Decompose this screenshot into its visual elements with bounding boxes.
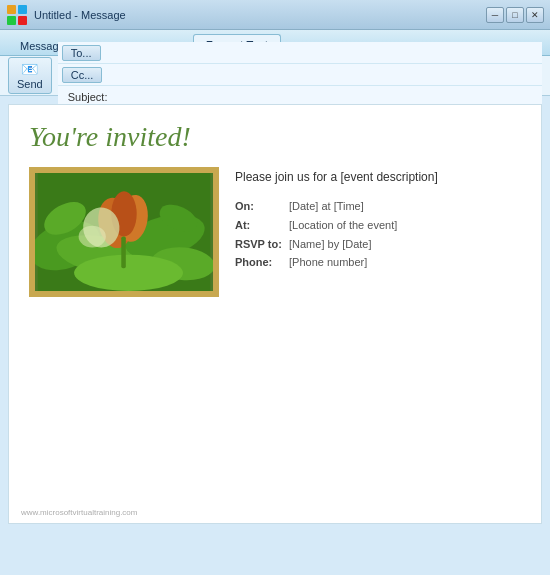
app-logo: [6, 4, 28, 26]
value-at: [Location of the event]: [289, 216, 397, 235]
detail-at: At: [Location of the event]: [235, 216, 438, 235]
minimize-button[interactable]: ─: [486, 7, 504, 23]
details-area: Please join us for a [event description]…: [235, 167, 438, 272]
email-fields: To... Cc... Subject:: [58, 42, 542, 109]
invite-image: [35, 173, 213, 291]
label-phone: Phone:: [235, 253, 285, 272]
toolbar: 📧 Send To... Cc... Subject:: [0, 56, 550, 96]
invite-heading: You're invited!: [29, 121, 521, 153]
cc-button[interactable]: Cc...: [62, 67, 103, 83]
svg-rect-13: [121, 237, 126, 269]
value-rsvp: [Name] by [Date]: [289, 235, 372, 254]
to-row: To...: [58, 42, 542, 64]
svg-rect-3: [18, 16, 27, 25]
close-button[interactable]: ✕: [526, 7, 544, 23]
subject-input[interactable]: [114, 89, 538, 105]
label-rsvp: RSVP to:: [235, 235, 285, 254]
cc-row: Cc...: [58, 64, 542, 86]
email-fields-container: To... Cc... Subject:: [58, 42, 542, 109]
maximize-button[interactable]: □: [506, 7, 524, 23]
event-description: Please join us for a [event description]: [235, 167, 438, 187]
svg-point-9: [74, 255, 183, 291]
subject-label: Subject:: [62, 91, 114, 103]
title-bar: Untitled - Message ─ □ ✕: [0, 0, 550, 30]
to-button[interactable]: To...: [62, 45, 101, 61]
svg-rect-2: [7, 16, 16, 25]
svg-point-15: [79, 226, 106, 248]
label-on: On:: [235, 197, 285, 216]
window-title: Untitled - Message: [34, 9, 486, 21]
cc-input[interactable]: [106, 67, 542, 83]
value-phone: [Phone number]: [289, 253, 367, 272]
label-at: At:: [235, 216, 285, 235]
svg-rect-0: [7, 5, 16, 14]
detail-rsvp: RSVP to: [Name] by [Date]: [235, 235, 438, 254]
email-body: You're invited!: [8, 104, 542, 524]
content-area: Please join us for a [event description]…: [29, 167, 521, 297]
svg-rect-1: [18, 5, 27, 14]
send-icon: 📧: [21, 61, 38, 77]
detail-phone: Phone: [Phone number]: [235, 253, 438, 272]
to-input[interactable]: [105, 45, 543, 61]
watermark: www.microsoftvirtualtraining.com: [21, 508, 137, 517]
image-frame: [29, 167, 219, 297]
value-on: [Date] at [Time]: [289, 197, 364, 216]
detail-on: On: [Date] at [Time]: [235, 197, 438, 216]
send-button[interactable]: 📧 Send: [8, 57, 52, 94]
send-label: Send: [17, 78, 43, 90]
window-controls: ─ □ ✕: [486, 7, 544, 23]
